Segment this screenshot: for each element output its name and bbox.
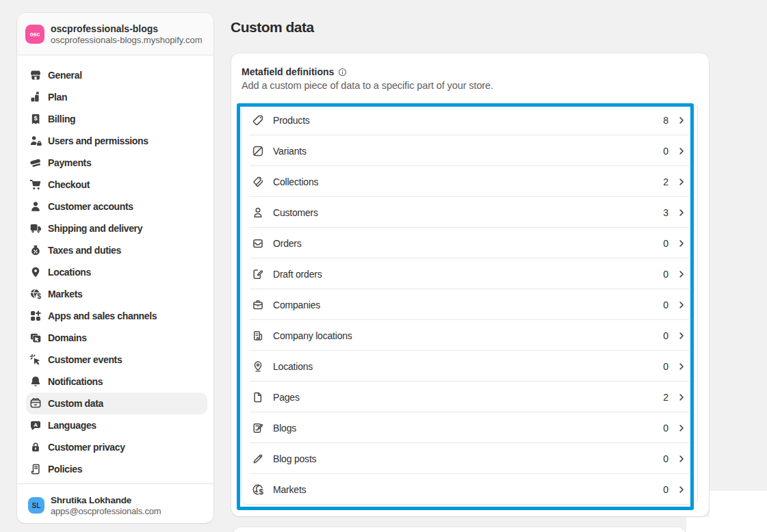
svg-text:A: A	[34, 422, 38, 428]
svg-text:$: $	[37, 292, 41, 300]
svg-text:$: $	[259, 488, 263, 496]
